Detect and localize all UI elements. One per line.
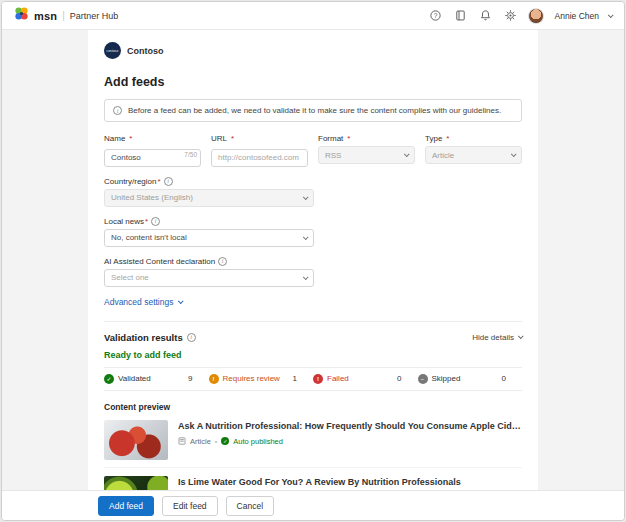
article-type: Article — [190, 437, 211, 446]
notifications-icon[interactable] — [478, 8, 494, 24]
validation-status: Ready to add feed — [104, 350, 522, 360]
settings-icon[interactable] — [503, 8, 519, 24]
stat-failed: Failed 0 — [313, 368, 418, 390]
partner-hub-app: msn | Partner Hub ? — [1, 1, 625, 521]
stat-count: 9 — [188, 374, 192, 383]
stat-skipped: Skipped 0 — [418, 368, 523, 390]
info-banner: Before a feed can be added, we need to v… — [104, 99, 522, 122]
validation-title: Validation results — [104, 332, 183, 343]
chevron-down-icon — [518, 333, 524, 339]
page-body: contoso Contoso Add feeds Before a feed … — [2, 30, 624, 490]
url-input[interactable] — [211, 149, 308, 167]
edit-feed-button[interactable]: Edit feed — [162, 496, 218, 516]
chevron-down-icon — [404, 151, 410, 157]
info-icon[interactable] — [151, 217, 160, 226]
user-avatar[interactable] — [528, 8, 544, 24]
form-row-1: Name 7/50 URL Format RSS — [104, 134, 522, 167]
validation-stats-row: Validated 9 Requires review 1 Failed 0 S… — [104, 367, 522, 391]
top-bar-actions: ? Anni — [428, 8, 612, 24]
guide-icon[interactable] — [453, 8, 469, 24]
article-thumbnail — [104, 420, 168, 460]
article-title: Is Lime Water Good For You? A Review By … — [178, 476, 522, 488]
info-icon[interactable] — [218, 257, 227, 266]
ai-declaration-field-group: AI Assisted Content declaration Select o… — [104, 257, 314, 287]
top-bar: msn | Partner Hub ? — [2, 2, 624, 30]
error-circle-icon — [313, 374, 323, 384]
local-news-value: No, content isn't local — [111, 233, 187, 242]
local-news-label: Local news — [104, 217, 148, 226]
format-select: RSS — [318, 146, 415, 164]
chevron-down-icon — [303, 194, 309, 200]
product-name: Partner Hub — [70, 11, 119, 21]
page-title: Add feeds — [104, 75, 522, 89]
type-label: Type — [425, 134, 522, 143]
country-label: Country/region — [104, 177, 161, 186]
local-news-select[interactable]: No, content isn't local — [104, 229, 314, 247]
cancel-button[interactable]: Cancel — [226, 496, 274, 516]
brand-name: msn — [34, 10, 57, 22]
account-name: Contoso — [127, 46, 164, 56]
hide-details-toggle[interactable]: Hide details — [472, 333, 522, 342]
ai-declaration-label-row: AI Assisted Content declaration — [104, 257, 314, 266]
stat-validated: Validated 9 — [104, 368, 209, 390]
add-feeds-card: contoso Contoso Add feeds Before a feed … — [88, 30, 538, 490]
add-feed-button[interactable]: Add feed — [98, 496, 154, 516]
name-label: Name — [104, 134, 201, 143]
article-title: Ask A Nutrition Professional: How Freque… — [178, 420, 522, 432]
format-field-group: Format RSS — [318, 134, 415, 167]
validation-header: Validation results Hide details — [104, 332, 522, 343]
stat-requires-review: Requires review 1 — [209, 368, 314, 390]
url-field-group: URL — [211, 134, 308, 167]
contoso-logo-icon: contoso — [104, 42, 121, 59]
feedback-icon[interactable]: ? — [428, 8, 444, 24]
article-meta: Article Auto published — [178, 437, 522, 446]
type-field-group: Type Article — [425, 134, 522, 167]
country-label-row: Country/region — [104, 177, 314, 186]
stat-count: 0 — [502, 374, 506, 383]
local-news-label-row: Local news — [104, 217, 314, 226]
hide-details-label: Hide details — [472, 333, 514, 342]
stat-label: Requires review — [223, 374, 280, 383]
stat-count: 1 — [293, 374, 297, 383]
type-value: Article — [432, 151, 454, 160]
stat-count: 0 — [397, 374, 401, 383]
preview-item: Is Lime Water Good For You? A Review By … — [104, 467, 522, 491]
chevron-down-icon — [178, 298, 184, 304]
url-label: URL — [211, 134, 308, 143]
warning-circle-icon — [209, 374, 219, 384]
brand: msn | Partner Hub — [14, 6, 118, 25]
ai-declaration-select[interactable]: Select one — [104, 269, 314, 287]
user-name[interactable]: Annie Chen — [555, 11, 599, 21]
article-doc-icon — [178, 437, 186, 445]
section-divider — [104, 321, 522, 322]
local-news-field-group: Local news No, content isn't local — [104, 217, 314, 247]
stat-label: Skipped — [432, 374, 461, 383]
stat-label: Validated — [118, 374, 151, 383]
stat-label: Failed — [327, 374, 349, 383]
info-icon[interactable] — [164, 177, 173, 186]
country-value: United States (English) — [111, 193, 193, 202]
chevron-down-icon — [303, 234, 309, 240]
svg-text:?: ? — [434, 12, 438, 19]
info-icon — [113, 106, 122, 115]
name-field-group: Name 7/50 — [104, 134, 201, 167]
skipped-circle-icon — [418, 374, 428, 384]
info-banner-text: Before a feed can be added, we need to v… — [128, 106, 501, 115]
action-bar: Add feed Edit feed Cancel — [2, 490, 624, 520]
article-status: Auto published — [233, 437, 283, 446]
country-select: United States (English) — [104, 189, 314, 207]
ai-declaration-label: AI Assisted Content declaration — [104, 257, 215, 266]
dot-separator — [215, 438, 217, 445]
format-value: RSS — [325, 151, 341, 160]
msn-butterfly-logo-icon — [14, 6, 29, 25]
chevron-down-icon[interactable] — [608, 12, 614, 18]
type-select: Article — [425, 146, 522, 164]
advanced-settings-label: Advanced settings — [104, 297, 173, 307]
name-char-counter: 7/50 — [184, 151, 197, 158]
account-chip: contoso Contoso — [104, 42, 522, 59]
format-label: Format — [318, 134, 415, 143]
chevron-down-icon — [303, 274, 309, 280]
check-circle-icon — [104, 374, 114, 384]
advanced-settings-toggle[interactable]: Advanced settings — [104, 297, 182, 307]
info-icon[interactable] — [187, 333, 196, 342]
